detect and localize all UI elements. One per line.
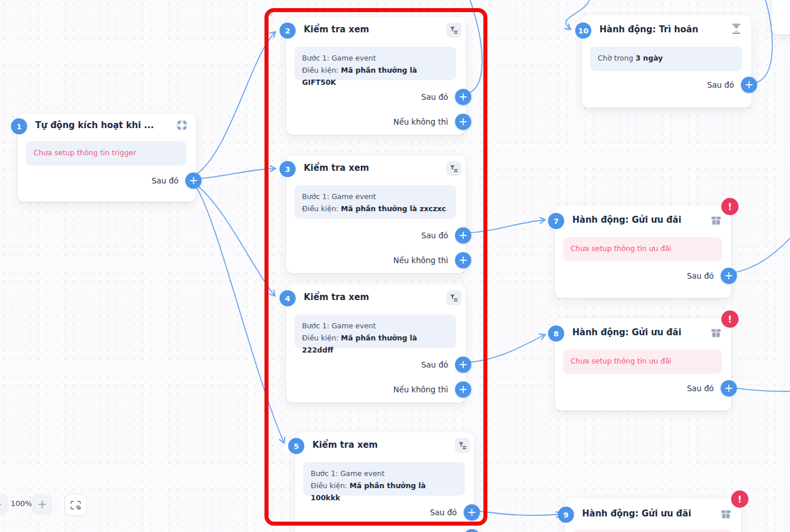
edge-4-to-8 bbox=[464, 335, 545, 363]
check-condition-body: Bước 1: Game event Điều kiện: Mã phần th… bbox=[295, 47, 456, 80]
node-title: Kiểm tra xem bbox=[304, 292, 369, 302]
node-check-5[interactable]: 5 Kiểm tra xem Bước 1: Game event Điều k… bbox=[295, 432, 475, 532]
zoom-level-label: 100% bbox=[9, 499, 33, 508]
filter-icon bbox=[446, 23, 461, 38]
sau-do-label: Sau đó bbox=[707, 77, 734, 93]
offer-warning-text: Chưa setup thông tin ưu đãi bbox=[563, 237, 722, 261]
edge-5-to-9 bbox=[471, 510, 561, 515]
error-badge: ! bbox=[721, 198, 739, 215]
edge-1-to-3 bbox=[193, 168, 275, 179]
add-next-step-button[interactable]: + bbox=[185, 173, 202, 189]
offer-warning-text: Chưa setup thông tin ưu đãi bbox=[573, 530, 732, 532]
error-badge: ! bbox=[731, 490, 748, 508]
add-else-branch-button[interactable]: + bbox=[464, 529, 480, 532]
node-offer-7[interactable]: ! 7 Hành động: Gửi ưu đãi Chưa setup thô… bbox=[554, 205, 732, 298]
sau-do-label: Sau đó bbox=[151, 173, 178, 189]
add-next-step-button[interactable]: + bbox=[721, 380, 737, 396]
sau-do-label: Sau đó bbox=[421, 89, 448, 105]
check-step-line: Bước 1: Game event bbox=[302, 190, 449, 203]
add-then-branch-button[interactable]: + bbox=[464, 504, 480, 520]
node-title: Hành động: Trì hoãn bbox=[599, 24, 698, 35]
neu-khong-thi-label: Nếu không thì bbox=[393, 381, 448, 398]
gift-icon bbox=[709, 325, 723, 339]
neu-khong-thi-label: Nếu không thì bbox=[402, 529, 457, 532]
filter-icon bbox=[446, 290, 461, 305]
check-condition-line: Điều kiện: Mã phần thưởng là zxczxc bbox=[302, 203, 449, 215]
node-number-badge: 10 bbox=[575, 23, 591, 39]
node-title: Kiểm tra xem bbox=[304, 24, 369, 35]
edge-1-to-2 bbox=[193, 32, 275, 177]
edge-1-to-4 bbox=[193, 182, 275, 296]
filter-icon bbox=[446, 161, 461, 176]
check-condition-line: Điều kiện: Mã phần thưởng là GIFT50K bbox=[302, 64, 449, 88]
check-step-line: Bước 1: Game event bbox=[311, 467, 457, 479]
node-check-3[interactable]: 3 Kiểm tra xem Bước 1: Game event Điều k… bbox=[286, 155, 466, 274]
add-else-branch-button[interactable]: + bbox=[455, 381, 471, 398]
node-delay-10[interactable]: 10 Hành động: Trì hoãn Chờ trong 3 ngày … bbox=[582, 14, 752, 108]
add-next-step-button[interactable]: + bbox=[721, 268, 737, 284]
node-number-badge: 3 bbox=[280, 161, 296, 177]
edge-2-out-top bbox=[464, 0, 482, 95]
node-title: Tự động kích hoạt khi ... bbox=[35, 120, 154, 130]
sau-do-label: Sau đó bbox=[430, 504, 457, 520]
check-step-line: Bước 1: Game event bbox=[302, 52, 449, 64]
add-next-step-button[interactable]: + bbox=[741, 77, 757, 93]
gift-icon bbox=[719, 507, 733, 520]
node-title: Hành động: Gửi ưu đãi bbox=[572, 215, 681, 225]
node-check-2[interactable]: 2 Kiểm tra xem Bước 1: Game event Điều k… bbox=[286, 16, 466, 135]
edge-8-out-right bbox=[729, 387, 790, 391]
filter-icon bbox=[455, 438, 470, 453]
node-number-badge: 5 bbox=[288, 438, 304, 454]
check-condition-line: Điều kiện: Mã phần thưởng là 222ddff bbox=[302, 332, 449, 356]
node-partial-offscreen[interactable] bbox=[772, 0, 790, 35]
sau-do-label: Sau đó bbox=[421, 357, 448, 373]
add-else-branch-button[interactable]: + bbox=[455, 114, 471, 130]
node-number-badge: 2 bbox=[280, 23, 296, 39]
sau-do-label: Sau đó bbox=[421, 227, 448, 243]
delay-duration-text: Chờ trong 3 ngày bbox=[590, 47, 742, 71]
node-number-badge: 4 bbox=[280, 290, 296, 306]
edge-10-out-top bbox=[755, 0, 772, 83]
check-condition-body: Bước 1: Game event Điều kiện: Mã phần th… bbox=[295, 185, 456, 219]
sau-do-label: Sau đó bbox=[687, 268, 714, 284]
node-title: Kiểm tra xem bbox=[312, 440, 378, 450]
zoom-in-button[interactable] bbox=[32, 494, 53, 515]
trigger-warning-text: Chưa setup thông tin trigger bbox=[26, 141, 187, 166]
edge-7-out-right bbox=[729, 238, 790, 274]
check-condition-line: Điều kiện: Mã phần thưởng là 100kkk bbox=[311, 479, 457, 504]
gift-icon bbox=[709, 213, 723, 227]
zoom-out-button[interactable] bbox=[0, 494, 8, 515]
trigger-icon bbox=[175, 118, 189, 132]
neu-khong-thi-label: Nếu không thì bbox=[393, 114, 448, 130]
node-title: Kiểm tra xem bbox=[304, 163, 369, 173]
node-number-badge: 1 bbox=[11, 118, 27, 134]
node-number-badge: 8 bbox=[548, 325, 564, 342]
node-offer-9[interactable]: ! 9 Hành động: Gửi ưu đãi Chưa setup thô… bbox=[564, 497, 741, 532]
node-check-4[interactable]: 4 Kiểm tra xem Bước 1: Game event Điều k… bbox=[286, 284, 466, 403]
add-then-branch-button[interactable]: + bbox=[455, 227, 471, 243]
edge-1-to-5 bbox=[193, 182, 284, 443]
error-badge: ! bbox=[721, 310, 739, 328]
check-condition-body: Bước 1: Game event Điều kiện: Mã phần th… bbox=[303, 462, 465, 496]
check-step-line: Bước 1: Game event bbox=[302, 320, 449, 332]
fit-to-screen-button[interactable] bbox=[65, 494, 87, 516]
node-number-badge: 7 bbox=[548, 213, 564, 229]
add-then-branch-button[interactable]: + bbox=[455, 357, 471, 373]
check-condition-body: Bước 1: Game event Điều kiện: Mã phần th… bbox=[295, 314, 456, 348]
add-then-branch-button[interactable]: + bbox=[455, 89, 471, 105]
node-title: Hành động: Gửi ưu đãi bbox=[572, 327, 681, 338]
neu-khong-thi-label: Nếu không thì bbox=[393, 252, 448, 268]
node-trigger[interactable]: 1 Tự động kích hoạt khi ... Chưa setup t… bbox=[17, 113, 196, 202]
node-offer-8[interactable]: ! 8 Hành động: Gửi ưu đãi Chưa setup thô… bbox=[554, 317, 732, 411]
offer-warning-text: Chưa setup thông tin ưu đãi bbox=[563, 350, 722, 374]
workflow-canvas[interactable]: 1 Tự động kích hoạt khi ... Chưa setup t… bbox=[0, 0, 790, 532]
hourglass-icon bbox=[729, 22, 743, 36]
node-title: Hành động: Gửi ưu đãi bbox=[582, 508, 691, 519]
add-else-branch-button[interactable]: + bbox=[455, 252, 471, 268]
node-number-badge: 9 bbox=[558, 507, 574, 523]
sau-do-label: Sau đó bbox=[687, 380, 714, 396]
edge-3-to-7 bbox=[464, 220, 545, 233]
